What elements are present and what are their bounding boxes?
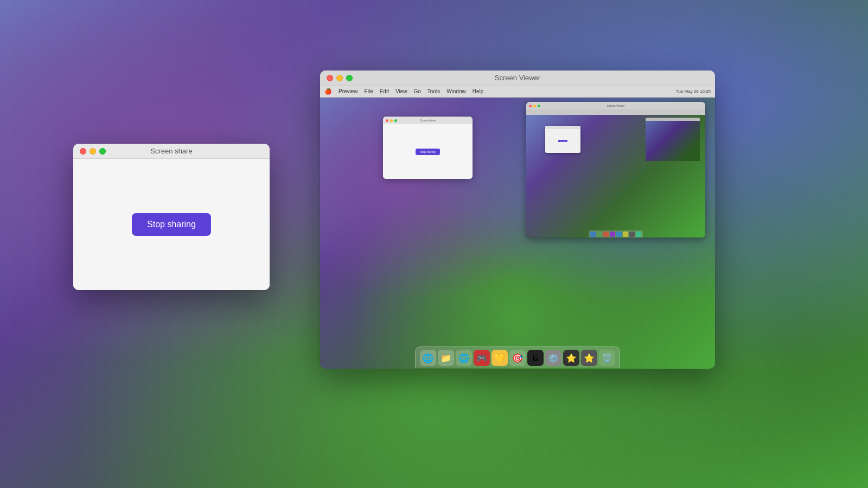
dock-files[interactable]: 📁 bbox=[438, 350, 454, 366]
inner-screen-viewer-window: Screen Viewer Stop sharing bbox=[526, 102, 705, 237]
dock-notes[interactable]: 💛 bbox=[492, 350, 508, 366]
inner-sv-dock bbox=[589, 230, 643, 237]
screen-share-titlebar: Screen share bbox=[73, 144, 270, 159]
inner-sv-mini-share: Stop sharing bbox=[545, 126, 580, 153]
inner-sv-content: Stop sharing bbox=[526, 110, 705, 237]
inner-dock-icon-2 bbox=[597, 232, 602, 237]
inner-sv-mini-content: Stop sharing bbox=[545, 129, 580, 153]
viewer-maximize-button[interactable] bbox=[346, 75, 353, 81]
dock-app2[interactable]: ⭐ bbox=[581, 350, 597, 366]
dock-terminal[interactable]: 🖥 bbox=[527, 350, 544, 366]
viewer-content: 🍎 Preview File Edit View Go Tools Window… bbox=[320, 86, 715, 369]
inner-screen-share-content: Stop sharing bbox=[383, 124, 473, 179]
inner-screen-share-window: Screen share Stop sharing bbox=[383, 117, 473, 179]
viewer-menubar: 🍎 Preview File Edit View Go Tools Window… bbox=[320, 86, 715, 98]
inner-sv-title-text: Screen Viewer bbox=[607, 104, 624, 107]
screen-share-window: Screen share Stop sharing bbox=[73, 144, 270, 290]
close-button[interactable] bbox=[80, 148, 86, 155]
stop-sharing-button[interactable]: Stop sharing bbox=[132, 213, 211, 236]
inner-screen-share-titlebar: Screen share bbox=[383, 117, 473, 124]
status-icons: Tue May 28 10:35 bbox=[676, 89, 711, 94]
dock-settings[interactable]: ⚙️ bbox=[545, 350, 561, 366]
preview-menu[interactable]: Preview bbox=[339, 88, 358, 94]
viewer-close-button[interactable] bbox=[327, 75, 333, 81]
viewer-traffic-lights bbox=[327, 75, 353, 81]
viewer-dock-container: 🌐 📁 🌐 🎮 💛 🎯 🖥 ⚙️ ⭐ ⭐ 🗑️ bbox=[320, 346, 715, 369]
viewer-desktop: Screen share Stop sharing Screen Viewer bbox=[320, 98, 715, 369]
viewer-minimize-button[interactable] bbox=[336, 75, 343, 81]
inner-sv-desktop: Stop sharing bbox=[526, 115, 705, 237]
inner-sv-mini-viewer bbox=[646, 118, 700, 161]
inner-dock-icon-7 bbox=[629, 232, 635, 237]
inner-dock-icon-3 bbox=[603, 232, 609, 237]
dock-photos[interactable]: 🎯 bbox=[509, 350, 526, 366]
view-menu[interactable]: View bbox=[395, 88, 407, 94]
minimize-button[interactable] bbox=[90, 148, 96, 155]
inner-sv-mini-viewer-content bbox=[646, 121, 700, 161]
screen-share-content: Stop sharing bbox=[73, 159, 270, 290]
screen-viewer-title: Screen Viewer bbox=[495, 74, 540, 82]
inner-dock-icon-8 bbox=[636, 232, 641, 237]
screen-viewer-titlebar: Screen Viewer bbox=[320, 70, 715, 86]
inner-dock-icon-1 bbox=[590, 232, 596, 237]
dock-app1[interactable]: ⭐ bbox=[563, 350, 579, 366]
inner-sv-titlebar: Screen Viewer bbox=[526, 102, 705, 110]
inner-sv-maximize bbox=[538, 105, 540, 107]
inner-sv-mini-btn: Stop sharing bbox=[558, 140, 567, 142]
tools-menu[interactable]: Tools bbox=[427, 88, 440, 94]
inner-sv-menubar bbox=[526, 110, 705, 115]
maximize-button[interactable] bbox=[99, 148, 106, 155]
help-menu[interactable]: Help bbox=[473, 88, 484, 94]
apple-menu-icon[interactable]: 🍎 bbox=[324, 88, 332, 95]
dock-finder[interactable]: 🌐 bbox=[420, 350, 436, 366]
traffic-lights bbox=[80, 148, 106, 155]
inner-close-dot bbox=[386, 119, 388, 122]
inner-screen-share-title: Screen share bbox=[420, 119, 436, 122]
inner-dock-icon-5 bbox=[616, 232, 622, 237]
viewer-dock: 🌐 📁 🌐 🎮 💛 🎯 🖥 ⚙️ ⭐ ⭐ 🗑️ bbox=[415, 346, 620, 368]
inner-sv-minimize bbox=[533, 105, 536, 107]
dock-chrome[interactable]: 🌐 bbox=[456, 350, 472, 366]
screen-viewer-window: Screen Viewer 🍎 Preview File Edit View G… bbox=[320, 70, 715, 369]
inner-minimize-dot bbox=[390, 119, 393, 122]
inner-sv-close bbox=[529, 105, 532, 107]
window-menu[interactable]: Window bbox=[446, 88, 466, 94]
edit-menu[interactable]: Edit bbox=[380, 88, 389, 94]
go-menu[interactable]: Go bbox=[413, 88, 420, 94]
inner-dock-icon-6 bbox=[623, 232, 628, 237]
file-menu[interactable]: File bbox=[365, 88, 373, 94]
inner-stop-sharing-button[interactable]: Stop sharing bbox=[416, 149, 439, 155]
screen-share-title: Screen share bbox=[150, 147, 192, 155]
dock-trash[interactable]: 🗑️ bbox=[599, 350, 615, 366]
inner-maximize-dot bbox=[394, 119, 397, 122]
dock-game[interactable]: 🎮 bbox=[474, 350, 490, 366]
inner-dock-icon-4 bbox=[610, 232, 615, 237]
